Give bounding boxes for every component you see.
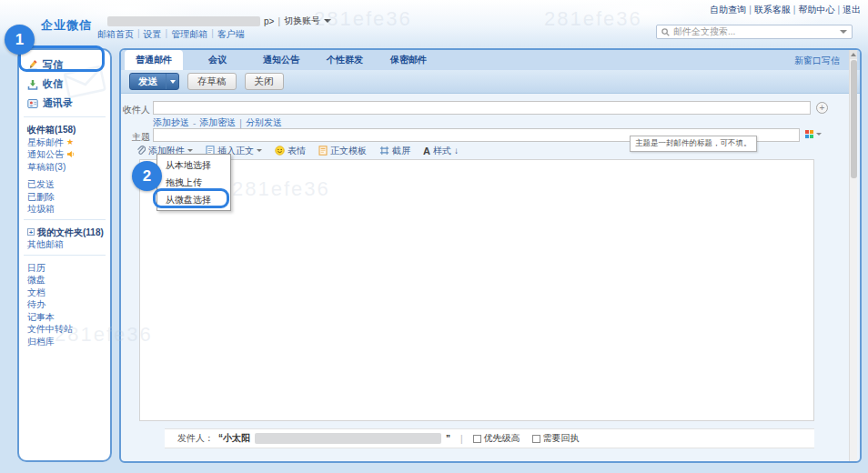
chevron-down-icon (257, 149, 262, 152)
sidebar-item-contacts[interactable]: 通讯录 (27, 94, 110, 113)
send-options-caret-icon[interactable] (166, 74, 178, 89)
logout-link[interactable]: 退出 (843, 5, 861, 15)
smiley-icon (275, 146, 285, 156)
separate-send-link[interactable]: 分别发送 (246, 116, 282, 129)
send-button[interactable]: 发送 (129, 73, 179, 90)
message-body-editor[interactable] (139, 159, 814, 421)
paperclip-icon (136, 146, 146, 156)
sidebar-item-deleted[interactable]: 已删除 (27, 191, 110, 204)
read-receipt-label: 需要回执 (543, 432, 580, 445)
sidebar-item-calendar[interactable]: 日历 (27, 262, 110, 275)
folder-label: 已发送 (27, 178, 55, 191)
scrollbar-up-arrow-icon[interactable] (850, 50, 857, 59)
sidebar-item-trash[interactable]: 垃圾箱 (27, 203, 110, 216)
search-input[interactable]: 邮件全文搜索... (656, 25, 853, 39)
sidebar-item-my-folders[interactable]: + 我的文件夹(118) (27, 226, 110, 239)
sidebar-item-archive[interactable]: 归档库 (27, 336, 110, 348)
app-label: 日历 (27, 262, 45, 275)
close-button[interactable]: 关闭 (245, 73, 284, 90)
tab-notice[interactable]: 通知公告 (252, 50, 310, 70)
save-draft-button[interactable]: 存草稿 (187, 73, 237, 90)
new-window-compose-link[interactable]: 新窗口写信 (794, 55, 840, 67)
search-options-caret-icon[interactable] (840, 30, 847, 34)
vertical-scrollbar[interactable] (849, 50, 857, 461)
folder-label: 草稿箱(3) (27, 161, 66, 174)
mail-tag-selector[interactable] (805, 130, 822, 138)
switch-account-link[interactable]: 切换账号 (284, 15, 320, 27)
sidebar-item-notes[interactable]: 记事本 (27, 311, 110, 324)
help-center-link[interactable]: 帮助中心 (798, 5, 834, 15)
compose-tabs: 普通邮件 会议 通知公告 个性群发 保密邮件 (121, 50, 860, 70)
sidebar-item-starred[interactable]: 星标邮件 ★ (27, 136, 110, 149)
style-button[interactable]: A 样式↓ (423, 145, 459, 157)
scrollbar-thumb[interactable] (851, 60, 857, 178)
priority-high-checkbox[interactable] (473, 435, 481, 443)
sidebar-item-receive[interactable]: 收信 (27, 75, 110, 94)
sidebar-item-notices[interactable]: 通知公告 (27, 148, 110, 161)
speaker-icon (66, 150, 75, 158)
divider (24, 255, 106, 256)
subject-tooltip: 主题是一封邮件的标题，可不填。 (630, 136, 757, 152)
chevron-down-icon (187, 149, 193, 152)
search-placeholder: 邮件全文搜索... (673, 25, 836, 38)
sidebar: 写信 收信 通讯录 (17, 48, 112, 462)
separator: | (278, 16, 280, 26)
account-email-suffix: p> (264, 16, 274, 26)
tool-label: 表情 (288, 145, 306, 157)
divider (24, 116, 106, 117)
sidebar-item-todo[interactable]: 待办 (27, 298, 110, 311)
tab-personalized-bulk[interactable]: 个性群发 (316, 50, 374, 70)
folder-label: 垃圾箱 (27, 203, 55, 216)
sidebar-myfolders-section: + 我的文件夹(118) 其他邮箱 (19, 224, 110, 251)
add-recipient-icon[interactable]: + (816, 102, 828, 114)
chevron-down-icon (816, 133, 822, 136)
sidebar-item-other-mailbox[interactable]: 其他邮箱 (27, 238, 110, 251)
quick-links: 自助查询|联系客服|帮助中心|退出 (710, 4, 861, 16)
mailbox-home-link[interactable]: 邮箱首页 (97, 28, 134, 41)
annotation-box-wedrive-option (153, 188, 229, 208)
emoji-button[interactable]: 表情 (275, 145, 306, 157)
tab-normal-mail[interactable]: 普通邮件 (125, 50, 183, 70)
sender-label: 发件人： (177, 432, 214, 445)
client-link[interactable]: 客户端 (217, 28, 245, 41)
tab-confidential-mail[interactable]: 保密邮件 (379, 50, 438, 70)
separator: | (239, 118, 242, 128)
separator: - (193, 118, 196, 128)
annotation-step-1-badge: 1 (5, 25, 35, 55)
expand-icon[interactable]: + (27, 228, 35, 236)
annotation-step-2-badge: 2 (132, 161, 162, 191)
contact-support-link[interactable]: 联系客服 (754, 5, 791, 15)
sidebar-item-drafts[interactable]: 草稿箱(3) (27, 161, 110, 174)
sidebar-item-docs[interactable]: 文档 (27, 287, 110, 299)
sidebar-item-file-transfer[interactable]: 文件中转站 (27, 323, 110, 336)
add-cc-link[interactable]: 添加抄送 (153, 116, 189, 129)
sender-row: 发件人： “小太阳 ” | 优先级高 需要回执 (165, 428, 814, 448)
menu-item-select-from-local[interactable]: 从本地选择 (157, 156, 230, 174)
tool-label: 截屏 (392, 145, 410, 157)
sidebar-item-inbox[interactable]: 收件箱(158) (27, 124, 110, 136)
self-service-link[interactable]: 自助查询 (710, 5, 746, 15)
recipient-label: 收件人 (122, 104, 150, 116)
account-row: p> | 切换账号 (107, 15, 331, 27)
body-template-button[interactable]: 正文模板 (318, 145, 367, 157)
app-label: 微盘 (27, 274, 45, 287)
tab-meeting[interactable]: 会议 (188, 50, 247, 70)
app-label: 文件中转站 (27, 323, 73, 336)
manage-mailbox-link[interactable]: 管理邮箱 (171, 28, 207, 41)
sidebar-item-sent[interactable]: 已发送 (27, 178, 110, 191)
read-receipt-checkbox[interactable] (532, 435, 540, 443)
blurred-account-email (107, 16, 260, 26)
recipient-input[interactable] (153, 101, 811, 115)
settings-link[interactable]: 设置 (144, 28, 162, 41)
priority-high-option[interactable]: 优先级高 (473, 432, 520, 445)
add-bcc-link[interactable]: 添加密送 (199, 116, 236, 129)
sender-name: “小太阳 (218, 432, 250, 445)
screenshot-button[interactable]: 截屏 (379, 145, 410, 157)
folder-label: 星标邮件 (27, 136, 64, 149)
compose-actionbar: 发送 存草稿 关闭 (121, 70, 860, 94)
sidebar-item-wedrive[interactable]: 微盘 (27, 274, 110, 287)
read-receipt-option[interactable]: 需要回执 (532, 432, 580, 445)
letter-a-icon: A (423, 146, 430, 156)
receive-mail-icon (27, 79, 38, 90)
folder-label: 我的文件夹(118) (37, 226, 104, 239)
